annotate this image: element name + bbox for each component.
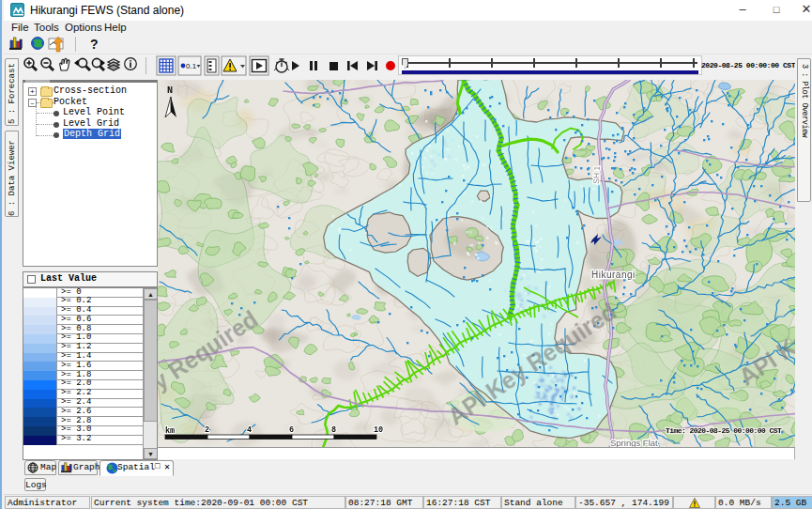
svg-text:4: 4 bbox=[247, 425, 252, 435]
svg-text:Springs Flat: Springs Flat bbox=[610, 438, 658, 448]
svg-text:?: ? bbox=[90, 37, 99, 52]
svg-text:10: 10 bbox=[374, 425, 383, 435]
svg-text:km: km bbox=[165, 426, 175, 436]
svg-text:SH 1: SH 1 bbox=[591, 165, 602, 184]
svg-text:2: 2 bbox=[205, 425, 209, 435]
svg-text:0.1: 0.1 bbox=[186, 62, 197, 70]
svg-text:N: N bbox=[167, 85, 173, 96]
svg-text:Hikurangi: Hikurangi bbox=[591, 270, 636, 280]
svg-text:6: 6 bbox=[289, 425, 294, 435]
svg-text:8: 8 bbox=[331, 425, 336, 435]
svg-text:Time: 2020-08-25 00:00:00 CST: Time: 2020-08-25 00:00:00 CST bbox=[666, 426, 782, 435]
